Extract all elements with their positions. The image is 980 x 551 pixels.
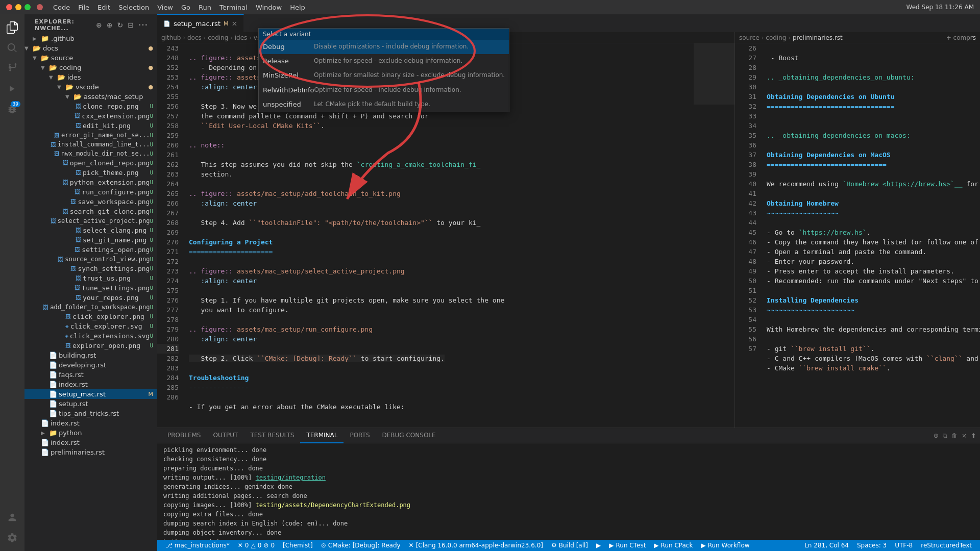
tree-item-source[interactable]: ▼ 📂 source <box>24 53 157 63</box>
tree-item-docs[interactable]: ▼ 📂 docs ● <box>24 43 157 53</box>
tab-ports[interactable]: PORTS <box>344 428 376 443</box>
tree-item-building-rst[interactable]: 📄building.rst <box>24 350 157 360</box>
tree-item-preliminaries-rst[interactable]: 📄preliminaries.rst <box>24 447 157 457</box>
menu-file[interactable]: File <box>78 4 89 11</box>
extensions-icon[interactable]: 39 <box>3 100 21 118</box>
tree-item-python-ext[interactable]: 🖼python_extension.pngU <box>24 178 157 187</box>
menu-view[interactable]: View <box>157 4 173 11</box>
status-spaces[interactable]: Spaces: 3 <box>853 540 891 551</box>
tab-output[interactable]: OUTPUT <box>207 428 244 443</box>
dropdown-item-release[interactable]: Release Optimize for speed - exclude deb… <box>259 54 509 68</box>
editor-code-right[interactable]: - Boost .. _obtaining_dependencies_on_ub… <box>761 43 980 428</box>
status-clang[interactable]: ✕ [Clang 16.0.0 arm64-apple-darwin23.6.0… <box>405 540 547 551</box>
right-editor-pane[interactable]: 26 27 28 29 30 31 32 33 34 35 36 37 38 3… <box>735 43 980 428</box>
tree-item-faqs-rst[interactable]: 📄faqs.rst <box>24 370 157 380</box>
tree-item-save-workspace[interactable]: 🖼save_workspace.pngU <box>24 197 157 207</box>
tree-item-setup-mac-rst[interactable]: 📄setup_mac.rstM <box>24 389 157 399</box>
tree-item-developing-rst[interactable]: 📄developing.rst <box>24 360 157 370</box>
terminal-maximize-icon[interactable]: ⬆ <box>971 432 976 439</box>
search-icon[interactable] <box>3 39 21 57</box>
tree-item-click-explorer-svg[interactable]: ◈click_explorer.svgU <box>24 321 157 331</box>
terminal-close-icon[interactable]: × <box>962 432 967 439</box>
terminal-split-icon[interactable]: ⧉ <box>943 432 947 439</box>
tree-item-install-cmd[interactable]: 🖼install_command_line_t...U <box>24 140 157 149</box>
tree-item-settings-open[interactable]: 🖼settings_open.pngU <box>24 245 157 255</box>
tree-item-trust-us[interactable]: 🖼trust_us.pngU <box>24 273 157 283</box>
tree-item-select-active[interactable]: 🖼select_active_project.pngU <box>24 216 157 226</box>
tree-item-clone-repo[interactable]: 🖼clone_repo.pngU <box>24 102 157 111</box>
status-build[interactable]: ⚙ Build [all] <box>547 540 592 551</box>
menu-terminal[interactable]: Terminal <box>219 4 248 11</box>
terminal-trash-icon[interactable]: 🗑 <box>951 432 958 439</box>
tree-item-tune-settings[interactable]: 🖼tune_settings.pngU <box>24 283 157 293</box>
tree-item-setup-rst[interactable]: 📄setup.rst <box>24 399 157 409</box>
tree-item-run-configure[interactable]: 🖼run_configure.pngU <box>24 187 157 197</box>
status-cmake[interactable]: ⊙ CMake: [Debug]: Ready <box>317 540 405 551</box>
menu-code[interactable]: Code <box>53 4 70 11</box>
tree-item-ides[interactable]: ▼ 📂 ides <box>24 72 157 82</box>
tree-item-cxx-extension[interactable]: 🖼cxx_extension.pngU <box>24 111 157 121</box>
tab-problems[interactable]: PROBLEMS <box>161 428 207 443</box>
new-file-icon[interactable]: ⊕ <box>95 20 104 30</box>
close-button[interactable] <box>6 4 12 10</box>
status-run-workflow[interactable]: ▶ Run Workflow <box>697 540 753 551</box>
status-run-ctest[interactable]: ▶ Run CTest <box>605 540 650 551</box>
tab-test-results[interactable]: TEST RESULTS <box>244 428 300 443</box>
menu-go[interactable]: Go <box>181 4 190 11</box>
more-icon[interactable]: ··· <box>137 20 149 30</box>
explorer-icon[interactable] <box>3 18 21 37</box>
dropdown-item-minsizerel[interactable]: MinSizeRel Optimize for smallest binary … <box>259 68 509 83</box>
terminal-content[interactable]: pickling environment... done checking co… <box>157 443 980 540</box>
tab-close-button[interactable]: × <box>231 19 237 28</box>
menu-edit[interactable]: Edit <box>97 4 110 11</box>
tree-item-index-rst[interactable]: 📄index.rst <box>24 380 157 389</box>
dropdown-item-unspecified[interactable]: unspecified Let CMake pick the default b… <box>259 97 509 112</box>
tree-item-pick-theme[interactable]: 🖼pick_theme.pngU <box>24 168 157 178</box>
tree-item-assets-mac-setup[interactable]: ▼ 📂 assets/mac_setup <box>24 92 157 102</box>
tree-item-synch-settings[interactable]: 🖼synch_settings.pngU <box>24 264 157 273</box>
tree-item-github[interactable]: ▶ 📁 .github <box>24 34 157 43</box>
dropdown-item-debug[interactable]: Debug Disable optimizations - include de… <box>259 40 509 54</box>
status-errors[interactable]: ✕ 0 △ 0 ⊘ 0 <box>234 540 279 551</box>
tree-item-source-ctrl-view[interactable]: 🖼source_control_view.pngU <box>24 255 157 264</box>
menu-window[interactable]: Window <box>256 4 282 11</box>
status-chemist[interactable]: [Chemist] <box>279 540 317 551</box>
tree-item-search-git-clone[interactable]: 🖼search_git_clone.pngU <box>24 207 157 216</box>
refresh-icon[interactable]: ↻ <box>116 20 125 30</box>
dropdown-item-relwithdebinfo[interactable]: RelWithDebInfo Optimize for speed - incl… <box>259 83 509 97</box>
menu-run[interactable]: Run <box>199 4 211 11</box>
tree-item-add-folder[interactable]: 🖼add_folder_to_workspace.pngU <box>24 303 157 312</box>
tree-item-set-git-name[interactable]: 🖼set_git_name.pngU <box>24 235 157 245</box>
tab-debug-console[interactable]: DEBUG CONSOLE <box>376 428 442 443</box>
tree-item-nwx-module[interactable]: 🖼nwx_module_dir_not_se...U <box>24 149 157 158</box>
menu-selection[interactable]: Selection <box>118 4 149 11</box>
status-run-play[interactable]: ▶ <box>592 540 605 551</box>
terminal-new-icon[interactable]: ⊕ <box>934 432 939 439</box>
settings-icon[interactable] <box>3 529 21 547</box>
menu-help[interactable]: Help <box>290 4 305 11</box>
tree-item-python-folder[interactable]: ▶📁python <box>24 428 157 438</box>
status-encoding[interactable]: UTF-8 <box>891 540 917 551</box>
tree-item-error-git[interactable]: 🖼error_git_name_not_se...U <box>24 131 157 140</box>
tree-item-tips-rst[interactable]: 📄tips_and_tricks.rst <box>24 409 157 418</box>
status-language[interactable]: reStructuredText <box>917 540 976 551</box>
status-position[interactable]: Ln 281, Col 64 <box>800 540 853 551</box>
status-branch[interactable]: ⎇ mac_instructions* <box>161 540 234 551</box>
source-control-icon[interactable] <box>3 59 21 78</box>
tree-item-vscode[interactable]: ▼ 📂 vscode ● <box>24 82 157 92</box>
status-run-cpack[interactable]: ▶ Run CPack <box>650 540 697 551</box>
tree-item-explorer-open[interactable]: 🖼explorer_open.pngU <box>24 341 157 350</box>
tree-item-index-root-rst[interactable]: 📄index.rst <box>24 438 157 447</box>
tree-item-your-repos[interactable]: 🖼your_repos.pngU <box>24 293 157 303</box>
tree-item-click-explorer[interactable]: 🖼click_explorer.pngU <box>24 312 157 321</box>
tree-item-edit-kit[interactable]: 🖼edit_kit.pngU <box>24 121 157 131</box>
tree-item-index-docs-rst[interactable]: 📄index.rst <box>24 418 157 428</box>
new-folder-icon[interactable]: ⊕ <box>106 20 114 30</box>
tree-item-open-cloned[interactable]: 🖼open_cloned_repo.pngU <box>24 158 157 168</box>
collapse-icon[interactable]: ⊟ <box>127 20 135 30</box>
tree-item-coding[interactable]: ▼ 📂 coding ● <box>24 63 157 72</box>
tree-item-click-extensions-svg[interactable]: ◈click_extensions.svgU <box>24 331 157 341</box>
tab-setup-mac-rst[interactable]: 📄 setup_mac.rst M × <box>157 14 244 32</box>
account-icon[interactable] <box>3 508 21 527</box>
tab-terminal[interactable]: TERMINAL <box>300 428 344 443</box>
